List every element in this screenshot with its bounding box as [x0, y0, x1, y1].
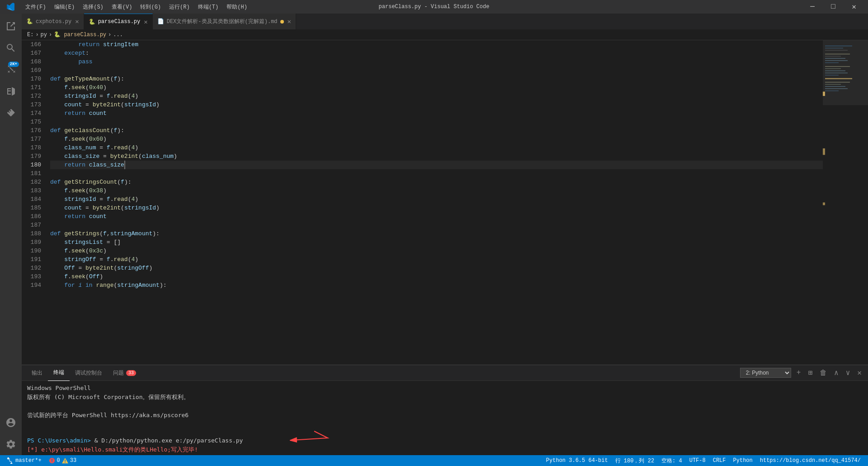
status-language[interactable]: Python	[730, 455, 756, 466]
line-numbers: 166 167 168 169 170 171 172 173 174 175 …	[22, 40, 47, 365]
code-line-168: pass	[50, 57, 823, 66]
menu-goto[interactable]: 转到(G)	[137, 2, 165, 12]
line-num-193: 193	[25, 272, 41, 281]
source-control-badge: 2K+	[8, 62, 19, 67]
activity-search[interactable]	[0, 37, 22, 59]
line-num-167: 167	[25, 49, 41, 57]
line-num-177: 177	[25, 135, 41, 143]
svg-rect-22	[823, 148, 825, 155]
code-line-174: return count	[50, 109, 823, 118]
maximize-button[interactable]: □	[823, 0, 844, 14]
line-num-168: 168	[25, 57, 41, 66]
menu-edit[interactable]: 编辑(E)	[51, 2, 79, 12]
status-python[interactable]: Python 3.6.5 64-bit	[542, 455, 612, 466]
activity-bar: 2K+	[0, 14, 22, 455]
tab-dex[interactable]: 📄 DEX文件解析-类及其类数据解析(完解篇).md ✕	[153, 14, 296, 29]
activity-explorer[interactable]	[0, 15, 22, 37]
tab-parseclass[interactable]: 🐍 parseClass.py ✕	[84, 14, 153, 29]
status-extra[interactable]: https://blog.csdn.net/qq_41574/	[756, 455, 864, 466]
terminal-output: [*] e:\py\smali\Hello.smali文件的类LHello;写入…	[27, 446, 198, 453]
code-line-191: stringOff = f.read(4)	[50, 255, 823, 264]
status-language-text: Python	[733, 457, 753, 464]
line-num-175: 175	[25, 118, 41, 126]
code-line-167: except:	[50, 49, 823, 57]
activity-settings[interactable]	[0, 433, 22, 455]
panel-toolbar: 2: Python 1: PowerShell + ⊞ 🗑 ∧ ∨ ✕	[740, 367, 863, 378]
status-warnings-count: 33	[70, 457, 76, 464]
breadcrumb-part-3[interactable]: 🐍 parseClass.py	[54, 31, 106, 38]
panel-tab-output[interactable]: 输出	[26, 365, 48, 381]
tab-close-cxphotos[interactable]: ✕	[75, 18, 79, 25]
tab-dirty-dot	[280, 20, 284, 24]
breadcrumb-part-2[interactable]: py	[41, 32, 47, 38]
menu-terminal[interactable]: 终端(T)	[194, 2, 222, 12]
status-spaces[interactable]: 空格: 4	[658, 455, 686, 466]
activity-account[interactable]	[0, 412, 22, 433]
menu-view[interactable]: 查看(V)	[108, 2, 136, 12]
tab-close-dex[interactable]: ✕	[288, 18, 291, 25]
status-branch[interactable]: master*+	[4, 455, 45, 466]
line-num-188: 188	[25, 229, 41, 238]
status-line-ending-text: CRLF	[713, 457, 726, 464]
line-num-178: 178	[25, 143, 41, 152]
line-num-169: 169	[25, 66, 41, 75]
terminal-select[interactable]: 2: Python 1: PowerShell	[740, 368, 791, 378]
code-line-194: for i in range(stringAmount):	[50, 281, 823, 290]
tab-cxphotos[interactable]: 🐍 cxphotos.py ✕	[22, 14, 84, 29]
tab-label-cxphotos: cxphotos.py	[36, 19, 71, 25]
tab-icon-cxphotos: 🐍	[26, 18, 33, 25]
tab-close-parseclass[interactable]: ✕	[144, 18, 147, 26]
status-line-ending[interactable]: CRLF	[709, 455, 730, 466]
status-position[interactable]: 行 180，列 22	[612, 455, 658, 466]
code-line-181	[50, 169, 823, 178]
activity-bottom	[0, 412, 22, 455]
terminal-command: & D:/python/python.exe e:/py/parseClass.…	[94, 437, 243, 444]
code-line-172: stringsId = f.read(4)	[50, 92, 823, 100]
activity-run[interactable]	[0, 81, 22, 102]
line-num-189: 189	[25, 238, 41, 247]
terminal-prompt: PS C:\Users\admin>	[27, 437, 94, 444]
terminal-content[interactable]: Windows PowerShell 版权所有 (C) Microsoft Co…	[22, 381, 868, 455]
breadcrumb-part-4[interactable]: ...	[113, 32, 123, 38]
status-encoding[interactable]: UTF-8	[686, 455, 709, 466]
line-num-166: 166	[25, 40, 41, 49]
code-line-169	[50, 66, 823, 75]
menu-file[interactable]: 文件(F)	[22, 2, 50, 12]
code-line-190: f.seek(0x3c)	[50, 247, 823, 255]
status-bar: master*+ 0 33 Python 3.6.5 64-bit 行 180，…	[0, 455, 868, 466]
line-num-174: 174	[25, 109, 41, 118]
code-line-179: class_size = byte2int(class_num)	[50, 152, 823, 161]
add-terminal-button[interactable]: +	[795, 368, 803, 378]
minimize-button[interactable]: ─	[802, 0, 823, 14]
panel-tab-terminal[interactable]: 终端	[48, 365, 70, 381]
code-line-170: def getTypeAmount(f):	[50, 75, 823, 83]
code-content[interactable]: return stringItem except: pass def getTy…	[47, 40, 823, 365]
tab-label-dex: DEX文件解析-类及其类数据解析(完解篇).md	[167, 18, 278, 25]
line-num-184: 184	[25, 195, 41, 204]
code-line-193: f.seek(Off)	[50, 272, 823, 281]
panel-tab-debug[interactable]: 调试控制台	[70, 365, 108, 381]
tab-label-parseclass: parseClass.py	[98, 19, 141, 25]
breadcrumb-part-1[interactable]: E:	[27, 32, 33, 38]
status-errors[interactable]: 0 33	[45, 455, 80, 466]
split-terminal-button[interactable]: ⊞	[806, 367, 814, 378]
panel-expand-button[interactable]: ∧	[832, 367, 840, 378]
title-bar-menu: 文件(F) 编辑(E) 选择(S) 查看(V) 转到(G) 运行(R) 终端(T…	[22, 2, 251, 12]
close-button[interactable]: ✕	[844, 0, 864, 14]
code-line-166: return stringItem	[50, 40, 823, 49]
terminal-line-4: 尝试新的跨平台 PowerShell https://aka.ms/pscore…	[27, 411, 863, 420]
menu-select[interactable]: 选择(S)	[79, 2, 107, 12]
activity-extensions[interactable]	[0, 102, 22, 124]
panel-tab-problems[interactable]: 问题 33	[108, 365, 142, 381]
delete-terminal-button[interactable]: 🗑	[818, 368, 829, 378]
panel-minimize-button[interactable]: ∨	[844, 367, 852, 378]
menu-run[interactable]: 运行(R)	[165, 2, 193, 12]
activity-source-control[interactable]: 2K+	[0, 59, 22, 81]
tabs-bar: 🐍 cxphotos.py ✕ 🐍 parseClass.py ✕ 📄 DEX文…	[22, 14, 868, 29]
terminal-line-1: Windows PowerShell	[27, 384, 863, 393]
code-line-187	[50, 221, 823, 229]
menu-help[interactable]: 帮助(H)	[223, 2, 251, 12]
line-num-185: 185	[25, 204, 41, 212]
tab-icon-dex: 📄	[157, 18, 164, 25]
panel-close-button[interactable]: ✕	[855, 367, 863, 378]
